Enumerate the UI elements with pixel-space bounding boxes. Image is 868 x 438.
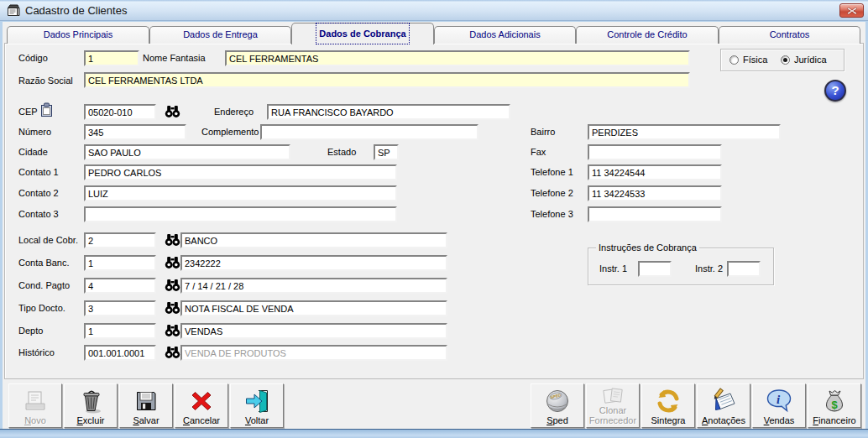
depto-desc-input[interactable] [180,323,447,339]
tab-dados-principais[interactable]: Dados Principais [7,26,149,44]
button-label: Clonar Fornecedor [588,405,638,425]
sintegra-button[interactable]: Sintegra [641,383,695,428]
radio-fisica[interactable] [729,55,739,65]
tab-dados-de-entrega[interactable]: Dados de Entrega [149,26,291,44]
telefone2-label: Telefone 2 [531,188,573,198]
complemento-input[interactable] [260,124,478,140]
endereco-input[interactable] [267,104,510,120]
bairro-label: Bairro [531,127,555,137]
button-label: Voltar [245,415,269,425]
window-title: Cadastro de Clientes [25,4,127,17]
red-x-icon [188,386,215,415]
binoculars-icon[interactable] [165,105,180,118]
binoculars-icon[interactable] [165,233,180,247]
window-border-bottom [0,429,868,438]
excluir-button[interactable]: Excluir [64,383,118,428]
contato3-label: Contato 3 [18,209,59,219]
help-button[interactable]: ? [824,80,846,102]
instr2-input[interactable] [727,261,761,277]
tab-controle-de-credito[interactable]: Controle de Crédito [576,26,719,44]
question-icon: ? [831,83,839,97]
contato1-label: Contato 1 [18,167,59,177]
salvar-button[interactable]: Salvar [119,383,173,428]
instr1-input[interactable] [638,261,672,277]
historico-desc-input [180,345,447,361]
binoculars-icon[interactable] [165,324,180,337]
nome-fantasia-input[interactable] [225,50,690,66]
instr1-label: Instr. 1 [599,263,627,274]
new-form-icon [22,386,49,415]
numero-input[interactable] [84,124,186,140]
complemento-label: Complemento [201,127,259,137]
historico-label: Histórico [18,347,55,357]
contato2-label: Contato 2 [18,188,59,198]
form-window-icon [6,3,22,19]
conta-banc-desc-input[interactable] [180,255,447,271]
codigo-label: Código [18,53,48,63]
button-label: Sintegra [651,415,686,425]
button-label: Salvar [133,415,159,425]
anotacoes-button[interactable]: Anotações [697,383,750,428]
voltar-button[interactable]: Voltar [230,383,284,428]
telefone3-input[interactable] [588,206,722,222]
local-cobr-code-input[interactable] [84,232,156,248]
cond-pagto-label: Cond. Pagto [18,280,70,290]
instr2-label: Instr. 2 [695,263,723,274]
telefone1-label: Telefone 1 [531,167,573,177]
tipo-docto-code-input[interactable] [84,300,156,316]
close-button[interactable] [839,3,864,18]
cep-label: CEP [18,107,38,117]
radio-juridica[interactable] [781,55,790,65]
depto-code-input[interactable] [84,323,156,339]
conta-banc-code-input[interactable] [84,255,156,271]
codigo-input[interactable] [84,50,139,66]
contato3-input[interactable] [84,206,397,222]
binoculars-icon[interactable] [165,279,180,292]
exit-door-icon [243,386,270,415]
trash-icon [77,386,104,415]
cidade-input[interactable] [84,144,290,160]
clipboard-icon[interactable] [39,102,54,117]
cep-input[interactable] [84,104,156,120]
app-window: Cadastro de Clientes Dados Principais Da… [0,0,868,438]
button-label: Anotações [702,415,745,425]
telefone2-input[interactable] [588,185,722,201]
contato2-input[interactable] [84,185,397,201]
fax-input[interactable] [588,144,722,160]
razao-social-input[interactable] [84,72,690,88]
tab-dados-adicionais[interactable]: Dados Adicionais [434,26,576,44]
button-label: Excluir [76,415,104,425]
local-cobr-desc-input[interactable] [180,232,447,248]
cond-pagto-desc-input[interactable] [180,278,447,294]
sintegra-refresh-icon [655,386,682,415]
tipo-docto-desc-input[interactable] [180,300,447,316]
tab-dados-de-cobranca[interactable]: Dados de Cobrança [291,23,434,44]
binoculars-icon[interactable] [165,256,180,269]
tab-label: Dados de Entrega [180,27,260,43]
binoculars-icon[interactable] [165,301,180,315]
estado-input[interactable] [374,144,399,160]
instrucoes-title: Instruções de Cobrança [596,242,699,253]
bairro-input[interactable] [588,124,781,140]
endereco-label: Endereço [214,107,254,117]
window-border-left [0,21,3,429]
button-label: Sped [546,415,568,425]
contato1-input[interactable] [84,164,397,180]
sped-button[interactable]: SPED Sped [531,383,584,428]
juridica-label: Jurídica [794,55,827,65]
tab-contratos[interactable]: Contratos [719,26,860,44]
info-bubble-icon: i [765,386,793,415]
close-icon [847,7,857,15]
numero-label: Número [18,127,51,137]
financeiro-button[interactable]: $ Financeiro [808,383,861,428]
historico-code-input[interactable] [84,345,156,361]
tab-label: Controle de Crédito [604,27,689,43]
nome-fantasia-label: Nome Fantasia [143,53,206,63]
cond-pagto-code-input[interactable] [84,278,156,294]
binoculars-icon[interactable] [165,346,180,359]
telefone1-input[interactable] [588,164,722,180]
cancelar-button[interactable]: Cancelar [175,383,228,428]
tab-label: Dados Principais [41,27,116,43]
vendas-button[interactable]: i Vendas [752,383,806,428]
sped-sphere-icon: SPED [543,386,572,415]
